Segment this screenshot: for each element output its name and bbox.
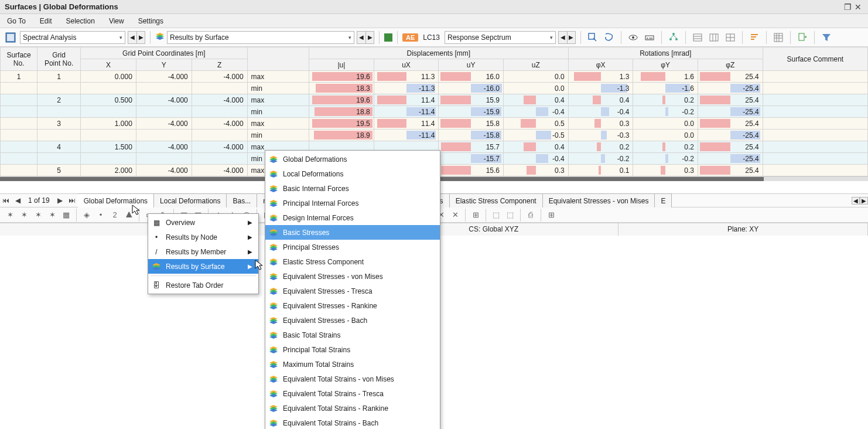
value-cell[interactable]: -0.4: [504, 106, 569, 118]
loadcase-dropdown[interactable]: Response Sepctrum ▾: [445, 31, 556, 44]
view-values-icon[interactable]: x.xx: [643, 31, 657, 44]
z-cell[interactable]: -4.000: [192, 141, 247, 153]
value-cell[interactable]: 15.8: [439, 118, 504, 130]
x-cell[interactable]: 2.000: [81, 165, 136, 176]
value-cell[interactable]: -15.8: [439, 130, 504, 141]
value-cell[interactable]: 18.9: [309, 130, 374, 141]
y-cell[interactable]: [136, 153, 192, 165]
ctx-item-equivalent-total-strains-tresca[interactable]: Equivalent Total Strains - Tresca: [265, 386, 440, 401]
footer-tool-icon[interactable]: ◈: [80, 209, 93, 221]
value-cell[interactable]: 11.4: [374, 94, 439, 106]
value-cell[interactable]: 15.9: [439, 94, 504, 106]
page-first-icon[interactable]: ⏮: [0, 196, 12, 205]
table-icon-1[interactable]: [691, 31, 705, 44]
menu-selection[interactable]: Selection: [64, 16, 97, 26]
ctx-item-principal-internal-forces[interactable]: Principal Internal Forces: [265, 196, 440, 210]
value-cell[interactable]: 0.3: [568, 118, 633, 130]
table-row[interactable]: 20.500-4.000-4.000max19.611.415.90.40.40…: [1, 94, 868, 106]
value-cell[interactable]: -0.5: [504, 130, 569, 141]
footer-tool-icon[interactable]: •: [94, 209, 107, 221]
menu-edit[interactable]: Edit: [37, 16, 54, 26]
tab-elastic-stress-component[interactable]: Elastic Stress Component: [449, 193, 543, 207]
value-cell[interactable]: 25.4: [698, 118, 763, 130]
value-cell[interactable]: 18.8: [309, 106, 374, 118]
value-cell[interactable]: 0.1: [568, 165, 633, 176]
value-cell[interactable]: -0.3: [568, 130, 633, 141]
col-z[interactable]: Z: [192, 59, 247, 71]
value-cell[interactable]: 0.4: [504, 94, 569, 106]
value-cell[interactable]: 0.0: [633, 130, 698, 141]
grid-pt-cell[interactable]: 5: [37, 165, 81, 176]
page-last-icon[interactable]: ⏭: [66, 196, 78, 205]
value-cell[interactable]: 1.6: [633, 71, 698, 83]
z-cell[interactable]: [192, 83, 247, 94]
z-cell[interactable]: -4.000: [192, 118, 247, 130]
value-cell[interactable]: 25.4: [698, 141, 763, 153]
comment-cell[interactable]: [763, 153, 867, 165]
x-cell[interactable]: [81, 153, 136, 165]
close-icon[interactable]: ✕: [853, 2, 863, 12]
grid-pt-cell[interactable]: 4: [37, 141, 81, 153]
colgroup-displacements[interactable]: Displacements [mm]: [309, 47, 569, 59]
surface-no-cell[interactable]: [1, 83, 37, 94]
restore-icon[interactable]: ❐: [842, 2, 853, 12]
value-cell[interactable]: -1.6: [633, 83, 698, 94]
value-cell[interactable]: -25.4: [698, 130, 763, 141]
context-menu-primary[interactable]: ▦Overview▶•Results by Node▶/Results by M…: [148, 213, 259, 294]
grid-pt-cell[interactable]: [37, 153, 81, 165]
comment-cell[interactable]: [763, 71, 867, 83]
grid-pt-cell[interactable]: [37, 83, 81, 94]
loadcase-nav[interactable]: ◀▶: [558, 31, 576, 44]
value-cell[interactable]: 15.6: [439, 165, 504, 176]
value-cell[interactable]: 25.4: [698, 71, 763, 83]
nav-prev-icon[interactable]: ◀: [559, 32, 567, 43]
value-cell[interactable]: 0.0: [504, 83, 569, 94]
comment-cell[interactable]: [763, 118, 867, 130]
results-nav[interactable]: ◀▶: [357, 31, 374, 44]
value-cell[interactable]: -0.2: [568, 153, 633, 165]
tabs-scroll-left-icon[interactable]: ◀: [852, 197, 860, 205]
ctx-item-design-internal-forces[interactable]: Design Internal Forces: [265, 210, 440, 225]
ctx-item-equivalent-stresses-tresca[interactable]: Equivalent Stresses - Tresca: [265, 284, 440, 298]
col-phiy[interactable]: φY: [633, 59, 698, 71]
value-cell[interactable]: 11.4: [374, 118, 439, 130]
footer-tool-icon[interactable]: ✶: [32, 209, 45, 221]
sort-icon[interactable]: [747, 31, 761, 44]
menu-view[interactable]: View: [107, 16, 127, 26]
y-cell[interactable]: -4.000: [136, 118, 192, 130]
analysis-type-icon[interactable]: [4, 31, 18, 44]
comment-cell[interactable]: [763, 83, 867, 94]
x-cell[interactable]: 1.500: [81, 141, 136, 153]
value-cell[interactable]: 11.3: [374, 71, 439, 83]
value-cell[interactable]: 0.4: [504, 141, 569, 153]
footer-tool-icon[interactable]: ✶: [4, 209, 16, 221]
col-y[interactable]: Y: [136, 59, 192, 71]
ctx-item-equivalent-stresses-rankine[interactable]: Equivalent Stresses - Rankine: [265, 298, 440, 313]
value-cell[interactable]: 19.5: [309, 118, 374, 130]
value-cell[interactable]: -11.4: [374, 106, 439, 118]
value-cell[interactable]: 0.0: [633, 118, 698, 130]
y-cell[interactable]: -4.000: [136, 94, 192, 106]
col-grid-pt[interactable]: GridPoint No.: [37, 47, 81, 71]
value-cell[interactable]: -25.4: [698, 153, 763, 165]
value-cell[interactable]: 18.3: [309, 83, 374, 94]
value-cell[interactable]: -0.4: [568, 106, 633, 118]
y-cell[interactable]: [136, 106, 192, 118]
tree-icon[interactable]: [667, 31, 681, 44]
table-row[interactable]: min18.8-11.4-15.9-0.4-0.4-0.2-25.4: [1, 106, 868, 118]
footer-tool-icon[interactable]: ⬚: [504, 209, 517, 221]
footer-tool-icon[interactable]: ▦: [60, 209, 73, 221]
analysis-nav[interactable]: ◀▶: [128, 31, 145, 44]
table-icon-2[interactable]: [707, 31, 721, 44]
surface-no-cell[interactable]: 1: [1, 71, 37, 83]
ctx-item-results-by-node[interactable]: •Results by Node▶: [148, 230, 258, 244]
y-cell[interactable]: [136, 83, 192, 94]
z-cell[interactable]: -4.000: [192, 94, 247, 106]
value-cell[interactable]: -0.2: [633, 153, 698, 165]
results-dropdown[interactable]: Results by Surface ▾: [167, 31, 354, 44]
x-cell[interactable]: [81, 83, 136, 94]
surface-no-cell[interactable]: [1, 153, 37, 165]
nav-next-icon[interactable]: ▶: [136, 32, 145, 43]
grid-pt-cell[interactable]: 1: [37, 71, 81, 83]
export-icon[interactable]: [795, 31, 809, 44]
